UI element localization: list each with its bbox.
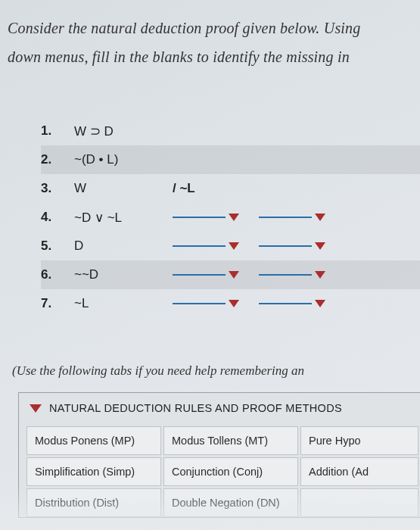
rule-tab[interactable] <box>300 488 418 517</box>
proof-table: 1. W ⊃ D 2. ~(D • L) 3. W / ~L 4. ~D ∨ ~… <box>41 117 420 318</box>
rules-grid: Modus Ponens (MP) Modus Tollens (MT) Pur… <box>19 423 420 517</box>
proof-row: 1. W ⊃ D <box>41 117 420 145</box>
rule-dropdown[interactable] <box>259 214 325 221</box>
formula: W <box>74 181 173 196</box>
chevron-down-icon <box>229 242 239 250</box>
formula: W ⊃ D <box>74 123 173 139</box>
formula: ~D ∨ ~L <box>74 210 173 226</box>
chevron-down-icon <box>229 214 239 221</box>
proof-row: 6. ~~D <box>41 260 420 289</box>
formula: D <box>74 238 173 254</box>
chevron-down-icon <box>315 242 325 250</box>
chevron-down-icon <box>315 214 325 221</box>
rule-dropdown[interactable] <box>259 242 325 250</box>
help-note: (Use the following tabs if you need help… <box>8 363 420 379</box>
formula: ~(D • L) <box>74 152 173 167</box>
rule-tab[interactable]: Double Negation (DN) <box>163 488 298 517</box>
formula: ~L <box>74 296 173 311</box>
justification-dropdowns <box>173 271 325 279</box>
line-ref-dropdown[interactable] <box>173 271 239 279</box>
rule-tab[interactable]: Modus Tollens (MT) <box>163 426 298 455</box>
chevron-down-icon <box>229 271 239 279</box>
instruction-line1: Consider the natural deduction proof giv… <box>8 14 420 42</box>
chevron-down-icon <box>229 300 239 307</box>
proof-row: 4. ~D ∨ ~L <box>41 203 420 232</box>
rule-tab[interactable]: Conjunction (Conj) <box>163 457 298 486</box>
proof-row: 7. ~L <box>41 289 420 318</box>
line-ref-dropdown[interactable] <box>173 300 239 307</box>
proof-row: 2. ~(D • L) <box>41 145 420 174</box>
chevron-down-icon <box>30 404 42 413</box>
rule-tab[interactable]: Addition (Ad <box>300 457 418 486</box>
rules-panel-header[interactable]: NATURAL DEDUCTION RULES AND PROOF METHOD… <box>19 393 420 423</box>
conclusion-marker: / ~L <box>173 181 233 196</box>
rule-dropdown[interactable] <box>259 300 325 307</box>
rule-tab[interactable]: Pure Hypo <box>300 426 418 455</box>
chevron-down-icon <box>315 271 325 279</box>
line-number: 1. <box>41 123 74 139</box>
line-number: 6. <box>41 267 74 282</box>
formula: ~~D <box>74 267 173 282</box>
line-number: 7. <box>41 296 74 311</box>
rule-tab[interactable]: Modus Ponens (MP) <box>26 426 161 455</box>
line-number: 3. <box>41 181 74 196</box>
proof-row: 5. D <box>41 232 420 260</box>
proof-row: 3. W / ~L <box>41 174 420 203</box>
line-number: 5. <box>41 238 74 254</box>
rule-tab[interactable]: Distribution (Dist) <box>26 488 161 517</box>
rule-tab[interactable]: Simplification (Simp) <box>26 457 161 486</box>
chevron-down-icon <box>315 300 325 307</box>
justification-dropdowns <box>173 300 325 307</box>
rules-panel: NATURAL DEDUCTION RULES AND PROOF METHOD… <box>18 392 420 518</box>
rules-panel-title: NATURAL DEDUCTION RULES AND PROOF METHOD… <box>49 402 342 414</box>
instruction-text: Consider the natural deduction proof giv… <box>8 14 420 71</box>
rule-dropdown[interactable] <box>259 271 325 279</box>
justification-dropdowns <box>173 242 325 250</box>
line-ref-dropdown[interactable] <box>173 214 239 221</box>
line-number: 4. <box>41 210 74 225</box>
line-ref-dropdown[interactable] <box>173 242 239 250</box>
instruction-line2: down menus, fill in the blanks to identi… <box>8 42 420 71</box>
justification-dropdowns <box>173 214 325 221</box>
line-number: 2. <box>41 152 74 167</box>
